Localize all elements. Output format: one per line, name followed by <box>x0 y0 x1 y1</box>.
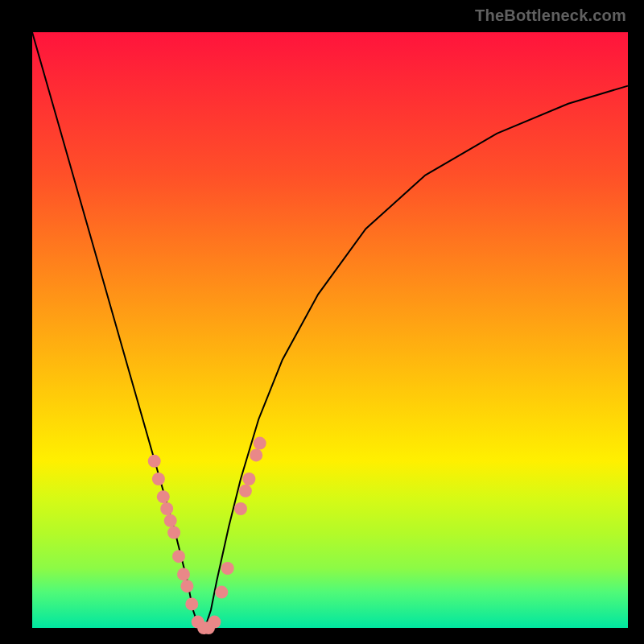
data-marker <box>160 502 173 515</box>
data-marker <box>185 597 198 610</box>
data-marker <box>172 550 185 563</box>
chart-svg <box>32 32 628 628</box>
data-marker <box>180 580 193 592</box>
data-marker <box>177 568 190 580</box>
data-marker <box>239 485 252 497</box>
data-marker <box>250 448 262 461</box>
data-marker <box>167 526 180 539</box>
data-marker <box>157 490 170 503</box>
data-marker <box>242 473 255 485</box>
data-marker <box>254 437 266 450</box>
data-markers <box>148 437 266 634</box>
data-marker <box>215 586 228 599</box>
data-marker <box>221 562 234 575</box>
watermark-text: TheBottleneck.com <box>475 6 626 25</box>
data-marker <box>164 514 177 527</box>
data-marker <box>208 616 221 629</box>
data-marker <box>152 473 165 485</box>
data-marker <box>234 502 247 515</box>
data-marker <box>148 455 161 468</box>
chart-frame: TheBottleneck.com <box>0 0 644 644</box>
bottleneck-curve <box>32 32 628 628</box>
